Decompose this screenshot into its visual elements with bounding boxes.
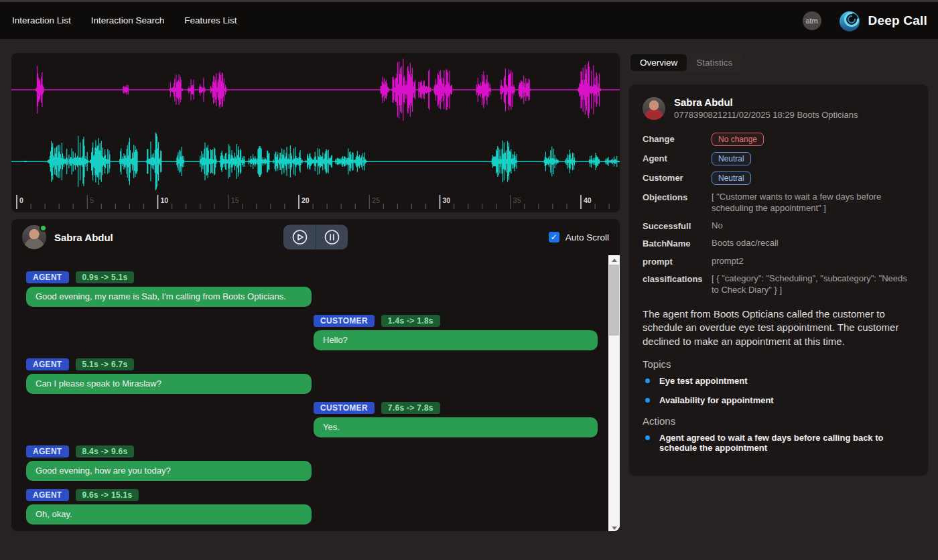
field-value: Boots odac/recall [712, 237, 915, 249]
field-value: Neutral [712, 171, 915, 185]
message-customer: CUSTOMER7.6s -> 7.8sYes. [314, 402, 598, 437]
nav-item-interaction-search[interactable]: Interaction Search [91, 15, 165, 25]
field-value: prompt2 [712, 255, 915, 267]
chat-scrollbar[interactable] [608, 255, 620, 532]
message-bubble[interactable]: Oh, okay. [26, 504, 312, 524]
field-row-successfull: SuccessfullNo [643, 220, 915, 231]
check-icon: ✓ [551, 233, 557, 241]
timestamp-badge[interactable]: 7.6s -> 7.8s [381, 402, 440, 414]
svg-text:10: 10 [161, 196, 169, 204]
role-badge: AGENT [26, 271, 69, 283]
message-bubble[interactable]: Hello? [314, 330, 598, 350]
role-badge: AGENT [26, 489, 69, 501]
speaker-avatar [22, 225, 46, 249]
customer-waveform[interactable] [11, 56, 620, 123]
timestamp-badge[interactable]: 0.9s -> 5.1s [76, 271, 135, 283]
tab-overview[interactable]: Overview [630, 54, 687, 71]
svg-text:5: 5 [90, 196, 94, 204]
topics-list: Eye test appointmentAvailability for app… [643, 376, 915, 405]
bullet-dot-icon [645, 435, 650, 440]
brand-logo-icon [836, 7, 863, 34]
message-agent: AGENT9.6s -> 15.1sOh, okay. [26, 489, 608, 524]
transcript-panel: Sabra Abdul [11, 218, 620, 532]
user-initials-badge[interactable]: atm [803, 11, 821, 30]
svg-text:0: 0 [19, 196, 23, 204]
contact-subtitle: 0778390821211/02/2025 18:29 Boots Optici… [674, 110, 858, 120]
message-meta: CUSTOMER1.4s -> 1.8s [314, 315, 598, 327]
field-row-classifications: classifications[ { "category": "Scheduli… [643, 273, 915, 295]
scroll-down-button[interactable] [608, 523, 620, 532]
up-arrow-icon [612, 259, 617, 262]
agent-waveform[interactable] [11, 128, 620, 195]
timestamp-badge[interactable]: 1.4s -> 1.8s [381, 315, 440, 327]
auto-scroll-checkbox[interactable]: ✓ [549, 232, 559, 242]
message-bubble[interactable]: Good evening, my name is Sab, I'm callin… [26, 287, 312, 307]
status-badge: No change [712, 133, 764, 146]
overview-card: Sabra Abdul 0778390821211/02/2025 18:29 … [628, 84, 929, 476]
svg-text:35: 35 [513, 196, 521, 204]
field-value: Neutral [712, 152, 915, 165]
waveform-panel: 0510152025303540 [11, 52, 620, 213]
list-item: Agent agreed to wait a few days before c… [643, 433, 915, 453]
svg-text:25: 25 [372, 196, 380, 204]
field-value: No change [712, 133, 915, 146]
topics-heading: Topics [643, 358, 915, 370]
message-meta: AGENT8.4s -> 9.6s [26, 445, 608, 458]
scrollbar-thumb[interactable] [609, 265, 619, 336]
contact-header: Sabra Abdul 0778390821211/02/2025 18:29 … [643, 96, 915, 120]
tab-statistics[interactable]: Statistics [687, 54, 742, 71]
list-item-text: Availability for appointment [659, 395, 774, 405]
message-agent: AGENT8.4s -> 9.6sGood evening, how are y… [26, 445, 608, 481]
message-meta: AGENT0.9s -> 5.1s [26, 271, 608, 283]
main-content: 0510152025303540 Sabra Abdul [0, 39, 938, 532]
scroll-up-button[interactable] [608, 255, 620, 265]
play-button[interactable] [283, 225, 316, 250]
message-meta: AGENT5.1s -> 6.7s [26, 358, 608, 370]
message-agent: AGENT5.1s -> 6.7sCan I please speak to M… [26, 358, 608, 394]
contact-avatar [643, 97, 665, 120]
brand-name: Deep Call [868, 13, 927, 28]
waveform-time-axis: 0510152025303540 [11, 194, 620, 211]
message-bubble[interactable]: Can I please speak to Miraslaw? [26, 374, 312, 394]
field-row-prompt: promptprompt2 [643, 255, 915, 267]
role-badge: AGENT [26, 358, 69, 370]
transcript-header: Sabra Abdul [11, 219, 620, 255]
actions-list: Agent agreed to wait a few days before c… [643, 433, 915, 453]
nav-right: atm Deep Call [803, 7, 927, 34]
top-nav: Interaction ListInteraction SearchFeatur… [0, 0, 938, 39]
field-value: No [712, 220, 915, 231]
bullet-dot-icon [645, 378, 650, 383]
speaker-name: Sabra Abdul [54, 232, 113, 243]
message-bubble[interactable]: Yes. [314, 417, 598, 437]
field-row-change: ChangeNo change [643, 133, 915, 146]
field-label: Objections [643, 191, 708, 202]
field-row-batchname: BatchNameBoots odac/recall [643, 237, 915, 249]
field-label: classifications [643, 273, 708, 284]
field-label: Customer [643, 171, 708, 183]
field-label: Change [643, 133, 708, 144]
overview-tabs: OverviewStatistics [628, 52, 744, 73]
auto-scroll-control: ✓ Auto Scroll [549, 232, 609, 242]
message-list: AGENT0.9s -> 5.1sGood evening, my name i… [11, 255, 608, 532]
nav-menu: Interaction ListInteraction SearchFeatur… [12, 15, 237, 25]
nav-item-interaction-list[interactable]: Interaction List [12, 15, 71, 25]
field-row-objections: Objections[ "Customer wants to wait a fe… [643, 191, 915, 214]
timestamp-badge[interactable]: 5.1s -> 6.7s [76, 358, 135, 370]
down-arrow-icon [612, 527, 617, 530]
pause-button[interactable] [316, 225, 348, 250]
play-icon [292, 230, 308, 245]
timestamp-badge[interactable]: 9.6s -> 15.1s [76, 489, 139, 501]
timestamp-badge[interactable]: 8.4s -> 9.6s [76, 445, 135, 458]
right-column: OverviewStatistics Sabra Abdul 077839082… [628, 52, 929, 532]
message-bubble[interactable]: Good evening, how are you today? [26, 461, 312, 481]
contact-name: Sabra Abdul [674, 96, 858, 108]
status-badge: Neutral [712, 152, 751, 165]
list-item-text: Agent agreed to wait a few days before c… [659, 433, 915, 453]
svg-text:15: 15 [231, 196, 239, 204]
field-value: [ { "category": "Scheduling", "subcatego… [712, 273, 915, 295]
left-column: 0510152025303540 Sabra Abdul [11, 52, 620, 532]
playback-controls [283, 225, 348, 250]
field-row-customer: CustomerNeutral [643, 171, 915, 185]
nav-item-features-list[interactable]: Features List [184, 15, 237, 25]
field-row-agent: AgentNeutral [643, 152, 915, 165]
